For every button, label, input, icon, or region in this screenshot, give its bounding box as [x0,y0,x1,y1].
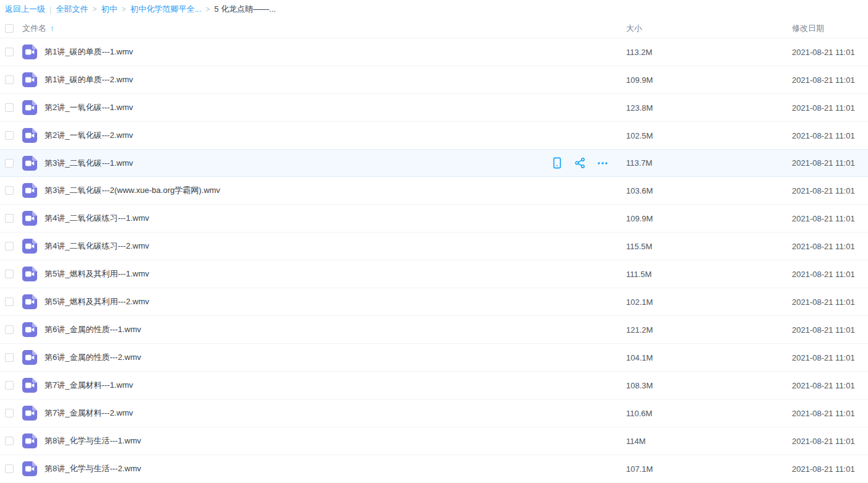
column-header-modified[interactable]: 修改日期 [792,23,868,34]
row-checkbox[interactable] [5,464,14,473]
video-file-icon [22,183,37,198]
select-all-checkbox[interactable] [5,24,14,33]
file-size: 102.5M [626,131,792,140]
list-header: 文件名 ↑ 大小 修改日期 [0,19,868,38]
table-row[interactable]: 第7讲_金属材料---2.wmv [0,400,868,427]
table-row[interactable]: 第6讲_金属的性质---2.wmv [0,344,868,372]
row-checkbox[interactable] [5,48,14,56]
sort-ascending-icon[interactable]: ↑ [50,24,54,33]
file-size: 108.3M [626,381,792,390]
row-checkbox[interactable] [5,242,14,250]
file-name[interactable]: 第6讲_金属的性质---1.wmv [45,324,141,335]
row-checkbox[interactable] [5,353,14,362]
file-size: 104.1M [626,353,792,362]
table-row[interactable]: 第1讲_碳的单质---2.wmv [0,66,868,94]
file-name[interactable]: 第5讲_燃料及其利用---2.wmv [45,296,149,307]
row-checkbox[interactable] [5,437,14,445]
table-row[interactable]: 第8讲_化学与生活---1.wmv [0,427,868,455]
file-name[interactable]: 第7讲_金属材料---2.wmv [45,408,133,419]
column-header-size[interactable]: 大小 [626,23,792,34]
column-header-name-label: 文件名 [22,23,46,34]
row-main: 第4讲_二氧化碳练习---1.wmv [37,213,626,224]
video-file-icon [22,211,37,226]
file-modified-date: 2021-08-21 11:01 [792,158,868,168]
file-modified-date: 2021-08-21 11:01 [792,325,868,335]
file-size: 110.6M [626,409,792,418]
row-checkbox[interactable] [5,75,14,84]
row-main: 第2讲_一氧化碳---1.wmv [37,102,626,113]
video-file-icon [22,322,37,337]
file-name[interactable]: 第3讲_二氧化碳---1.wmv [45,158,133,169]
table-row[interactable]: 第6讲_金属的性质---1.wmv [0,316,868,344]
file-modified-date: 2021-08-21 11:01 [792,297,868,307]
file-size: 123.8M [626,103,792,113]
file-modified-date: 2021-08-21 11:01 [792,270,868,279]
table-row[interactable]: 第2讲_一氧化碳---2.wmv [0,122,868,150]
video-file-icon [22,461,37,476]
row-main: 第2讲_一氧化碳---2.wmv [37,130,626,141]
file-modified-date: 2021-08-21 11:01 [792,464,868,474]
file-size: 109.9M [626,214,792,223]
file-name[interactable]: 第6讲_金属的性质---2.wmv [45,352,141,363]
file-size: 102.1M [626,297,792,307]
back-link[interactable]: 返回上一级 [5,4,45,15]
file-name[interactable]: 第2讲_一氧化碳---1.wmv [45,102,133,113]
row-checkbox[interactable] [5,381,14,390]
file-size: 121.2M [626,325,792,335]
file-list: 第1讲_碳的单质---1.wmv [0,38,868,483]
file-name[interactable]: 第1讲_碳的单质---2.wmv [45,74,133,85]
file-size: 107.1M [626,464,792,474]
send-to-phone-icon[interactable] [551,157,563,169]
file-name[interactable]: 第2讲_一氧化碳---2.wmv [45,130,133,141]
row-checkbox[interactable] [5,325,14,334]
table-row[interactable]: 第4讲_二氧化碳练习---2.wmv [0,233,868,260]
breadcrumb-link[interactable]: 初中化学范卿平全... [130,4,201,15]
file-modified-date: 2021-08-21 11:01 [792,353,868,362]
row-checkbox[interactable] [5,270,14,278]
breadcrumb-separator: > [121,5,126,14]
row-checkbox[interactable] [5,186,14,195]
table-row[interactable]: 第3讲_二氧化碳---2(www.xue-ba.org学霸网).wmv [0,177,868,205]
file-modified-date: 2021-08-21 11:01 [792,214,868,223]
table-row[interactable]: 第5讲_燃料及其利用---1.wmv [0,260,868,288]
row-main: 第1讲_碳的单质---1.wmv [37,46,626,58]
column-header-name[interactable]: 文件名 ↑ [14,23,626,34]
file-size: 114M [626,437,792,446]
video-file-icon [22,100,37,115]
row-checkbox[interactable] [5,103,14,112]
table-row[interactable]: 第8讲_化学与生活---2.wmv [0,455,868,483]
table-row[interactable]: 第7讲_金属材料---1.wmv [0,372,868,400]
breadcrumb-link[interactable]: 初中 [101,4,117,15]
file-name[interactable]: 第8讲_化学与生活---2.wmv [45,463,141,474]
file-name[interactable]: 第4讲_二氧化碳练习---2.wmv [45,241,149,252]
table-row[interactable]: 第2讲_一氧化碳---1.wmv [0,94,868,122]
table-row[interactable]: 第5讲_燃料及其利用---2.wmv [0,288,868,316]
video-file-icon [22,406,37,421]
file-name[interactable]: 第8讲_化学与生活---1.wmv [45,435,141,447]
breadcrumb-link[interactable]: 全部文件 [56,4,88,15]
file-modified-date: 2021-08-21 11:01 [792,186,868,195]
table-row[interactable]: 第4讲_二氧化碳练习---1.wmv [0,205,868,233]
table-row[interactable]: 第3讲_二氧化碳---1.wmv [0,149,868,177]
more-actions-icon[interactable] [596,157,609,169]
row-checkbox[interactable] [5,159,14,168]
video-file-icon [22,128,37,143]
row-checkbox[interactable] [5,409,14,417]
file-modified-date: 2021-08-21 11:01 [792,103,868,113]
file-name[interactable]: 第3讲_二氧化碳---2(www.xue-ba.org学霸网).wmv [45,185,220,196]
table-row[interactable]: 第1讲_碳的单质---1.wmv [0,38,868,66]
row-main: 第3讲_二氧化碳---2(www.xue-ba.org学霸网).wmv [37,185,626,196]
file-name[interactable]: 第4讲_二氧化碳练习---1.wmv [45,213,149,224]
file-size: 111.5M [626,270,792,279]
file-size: 109.9M [626,75,792,85]
row-main: 第8讲_化学与生活---1.wmv [37,435,626,447]
file-name[interactable]: 第7讲_金属材料---1.wmv [45,380,133,391]
file-name[interactable]: 第5讲_燃料及其利用---1.wmv [45,268,149,280]
row-checkbox[interactable] [5,131,14,140]
file-name[interactable]: 第1讲_碳的单质---1.wmv [45,46,133,58]
row-checkbox[interactable] [5,297,14,306]
breadcrumb-pipe-separator: | [49,5,51,14]
share-icon[interactable] [574,157,586,169]
breadcrumb: 返回上一级 | 全部文件>初中>初中化学范卿平全...>5 化龙点睛——... [0,0,868,19]
row-checkbox[interactable] [5,214,14,223]
